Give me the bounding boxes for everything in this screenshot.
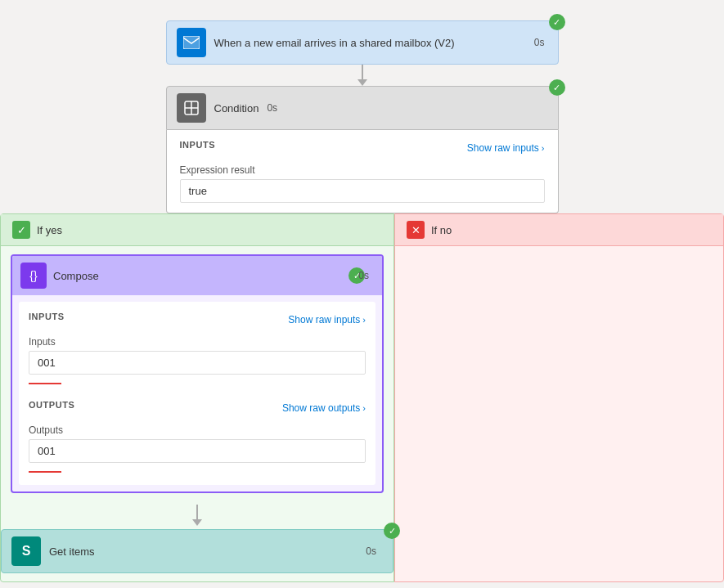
chevron-right-icon: › (542, 143, 545, 153)
get-items-duration: 0s (366, 545, 376, 557)
compose-braces-icon: {} (29, 269, 37, 282)
compose-show-raw-outputs-link[interactable]: Show raw outputs › (282, 402, 366, 414)
svg-rect-0 (183, 36, 200, 49)
compose-inputs-header: INPUTS Show raw inputs › (29, 312, 366, 328)
email-trigger-card[interactable]: When a new email arrives in a shared mai… (166, 20, 559, 65)
compose-outputs-header: OUTPUTS Show raw outputs › (29, 400, 366, 416)
compose-inputs-underline (29, 383, 61, 384)
show-raw-inputs-text: Show raw inputs (467, 142, 539, 154)
get-items-wrapper: S Get items 0s ✓ (1, 529, 393, 581)
compose-outputs-underline (29, 471, 61, 473)
get-items-card[interactable]: S Get items 0s (1, 529, 393, 573)
down-arrow-yes (192, 519, 202, 526)
vline-yes (196, 505, 198, 519)
branch-yes-header: ✓ If yes (1, 214, 393, 246)
branch-no-header: ✕ If no (395, 214, 723, 246)
compose-title: Compose (53, 270, 99, 282)
sharepoint-letter-icon: S (22, 544, 31, 559)
trigger-duration: 0s (534, 37, 545, 48)
get-items-relative: S Get items 0s ✓ (1, 529, 393, 573)
show-raw-inputs-link[interactable]: Show raw inputs › (467, 142, 545, 154)
trigger-success-badge: ✓ (549, 14, 565, 30)
get-items-success-badge: ✓ (384, 523, 400, 539)
compose-inputs-field-value: 001 (29, 351, 366, 375)
condition-inputs-header: INPUTS Show raw inputs › (180, 140, 545, 156)
arrow-1 (358, 65, 367, 86)
compose-header[interactable]: {} Compose ✓ 0s (12, 256, 382, 295)
branch-yes-label: If yes (37, 224, 62, 236)
no-x-icon: ✕ (407, 221, 425, 239)
condition-duration: 0s (267, 102, 277, 114)
compose-raw-inputs-chevron: › (362, 315, 366, 325)
sharepoint-icon: S (11, 536, 41, 566)
down-arrow-1 (358, 79, 367, 86)
condition-step: Condition 0s INPUTS Show raw inputs › Ex… (166, 86, 559, 213)
compose-icon-box: {} (20, 263, 47, 289)
compose-inputs-label: INPUTS (29, 312, 65, 321)
vline-1 (362, 65, 363, 79)
email-icon (177, 28, 206, 57)
compose-show-raw-inputs-link[interactable]: Show raw inputs › (288, 314, 366, 325)
compose-outputs-label: OUTPUTS (29, 400, 74, 410)
condition-success-badge: ✓ (549, 79, 565, 96)
condition-body: INPUTS Show raw inputs › Expression resu… (166, 130, 559, 213)
compose-raw-outputs-chevron: › (362, 403, 366, 413)
expression-result-value: true (180, 179, 545, 203)
yes-check-icon: ✓ (12, 221, 30, 239)
trigger-title: When a new email arrives in a shared mai… (214, 37, 526, 49)
compose-inputs-section: INPUTS Show raw inputs › Inputs 001 (29, 312, 366, 387)
condition-icon (177, 93, 206, 123)
expression-result-label: Expression result (180, 164, 545, 176)
trigger-step: When a new email arrives in a shared mai… (166, 20, 559, 65)
compose-outputs-field-label: Outputs (29, 424, 366, 436)
compose-duration: 0s (358, 270, 369, 281)
arrow-yes-branch (1, 501, 393, 529)
condition-inputs-label: INPUTS (180, 140, 216, 150)
branch-row: ✓ If yes {} Compose ✓ 0s (0, 213, 724, 582)
flow-canvas: When a new email arrives in a shared mai… (0, 0, 724, 588)
compose-outputs-section: OUTPUTS Show raw outputs › Outputs 001 (29, 400, 366, 475)
branch-no: ✕ If no (394, 213, 724, 582)
email-trigger-wrapper: When a new email arrives in a shared mai… (166, 20, 559, 65)
compose-wrapper: {} Compose ✓ 0s INPUTS (11, 254, 384, 493)
flow-container: When a new email arrives in a shared mai… (0, 8, 724, 588)
compose-card: {} Compose ✓ 0s INPUTS (11, 254, 384, 493)
compose-show-raw-inputs-text: Show raw inputs (288, 314, 360, 325)
branch-no-label: If no (431, 224, 452, 236)
compose-show-raw-outputs-text: Show raw outputs (282, 402, 360, 414)
condition-header[interactable]: Condition 0s (166, 86, 559, 130)
condition-title: Condition (214, 102, 259, 114)
get-items-title: Get items (49, 545, 95, 558)
branch-yes: ✓ If yes {} Compose ✓ 0s (0, 213, 394, 582)
condition-wrapper: Condition 0s INPUTS Show raw inputs › Ex… (166, 86, 559, 213)
compose-inputs-field-label: Inputs (29, 336, 366, 348)
compose-outputs-field-value: 001 (29, 439, 366, 463)
compose-body: INPUTS Show raw inputs › Inputs 001 (19, 302, 375, 485)
